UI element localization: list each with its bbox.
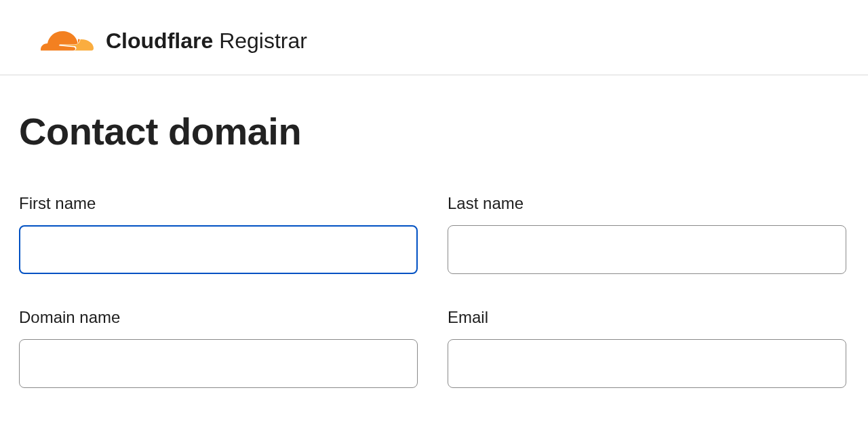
logo-wrapper: Cloudflare Registrar: [41, 27, 307, 54]
domain-name-label: Domain name: [19, 308, 418, 327]
last-name-label: Last name: [448, 194, 846, 213]
page-title: Contact domain: [19, 109, 849, 153]
last-name-input[interactable]: [448, 225, 846, 274]
form-group-first-name: First name: [19, 194, 418, 274]
brand-bold: Cloudflare: [106, 28, 213, 53]
form-group-last-name: Last name: [448, 194, 846, 274]
email-label: Email: [448, 308, 846, 327]
brand-light: Registrar: [213, 28, 307, 53]
form-group-email: Email: [448, 308, 846, 388]
content: Contact domain First name Last name Doma…: [0, 75, 868, 408]
first-name-label: First name: [19, 194, 418, 213]
form-group-domain-name: Domain name: [19, 308, 418, 388]
brand-title: Cloudflare Registrar: [106, 28, 307, 54]
cloudflare-logo-icon: [41, 27, 94, 54]
first-name-input[interactable]: [19, 225, 418, 274]
form-grid: First name Last name Domain name Email: [19, 194, 846, 388]
domain-name-input[interactable]: [19, 339, 418, 388]
email-input[interactable]: [448, 339, 846, 388]
header: Cloudflare Registrar: [0, 0, 868, 75]
